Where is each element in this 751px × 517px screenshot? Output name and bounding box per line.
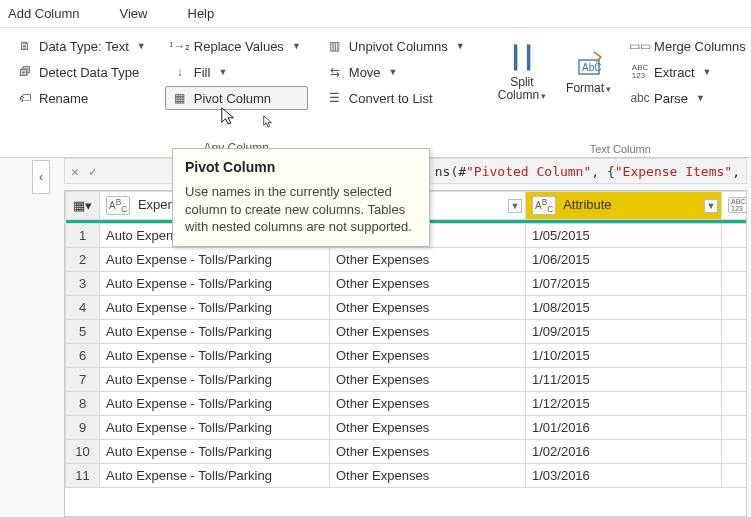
chevron-down-icon: ▼ xyxy=(389,67,398,77)
table-row[interactable]: 8Auto Expense - Tolls/ParkingOther Expen… xyxy=(66,392,748,416)
cell-extra[interactable] xyxy=(722,296,748,320)
menu-help[interactable]: Help xyxy=(188,6,215,21)
cell-expense[interactable]: Auto Expense - Tolls/Parking xyxy=(100,392,330,416)
column-filter-button[interactable]: ▼ xyxy=(704,199,718,213)
move-icon: ⇆ xyxy=(327,64,343,80)
table-row[interactable]: 6Auto Expense - Tolls/ParkingOther Expen… xyxy=(66,344,748,368)
format-label: Format▾ xyxy=(566,82,611,95)
cell-extra[interactable] xyxy=(722,320,748,344)
cell-expense[interactable]: Auto Expense - Tolls/Parking xyxy=(100,248,330,272)
cell-expense[interactable]: Auto Expense - Tolls/Parking xyxy=(100,416,330,440)
cell-attribute[interactable]: 1/10/2015 xyxy=(526,344,722,368)
cell-attribute[interactable]: 1/11/2015 xyxy=(526,368,722,392)
cell-extra[interactable] xyxy=(722,248,748,272)
confirm-formula-icon[interactable]: ✓ xyxy=(89,164,97,179)
table-row[interactable]: 11Auto Expense - Tolls/ParkingOther Expe… xyxy=(66,464,748,488)
column-header-extra[interactable]: ABC123 xyxy=(722,192,748,220)
row-number: 2 xyxy=(66,248,100,272)
cell-attribute[interactable]: 1/01/2016 xyxy=(526,416,722,440)
extract-button[interactable]: ABC123 Extract ▼ xyxy=(625,60,751,84)
row-number: 11 xyxy=(66,464,100,488)
cell-attribute[interactable]: 1/12/2015 xyxy=(526,392,722,416)
cell-category[interactable]: Other Expenses xyxy=(330,344,526,368)
rename-label: Rename xyxy=(39,91,88,106)
cell-category[interactable]: Other Expenses xyxy=(330,320,526,344)
cell-attribute[interactable]: 1/07/2015 xyxy=(526,272,722,296)
cell-category[interactable]: Other Expenses xyxy=(330,440,526,464)
cell-category[interactable]: Other Expenses xyxy=(330,464,526,488)
menu-add-column[interactable]: Add Column xyxy=(8,6,80,21)
unpivot-label: Unpivot Columns xyxy=(349,39,448,54)
cell-extra[interactable] xyxy=(722,416,748,440)
row-number: 4 xyxy=(66,296,100,320)
column-filter-button[interactable]: ▼ xyxy=(508,199,522,213)
table-row[interactable]: 2Auto Expense - Tolls/ParkingOther Expen… xyxy=(66,248,748,272)
table-row[interactable]: 10Auto Expense - Tolls/ParkingOther Expe… xyxy=(66,440,748,464)
row-number: 7 xyxy=(66,368,100,392)
cell-extra[interactable] xyxy=(722,344,748,368)
cell-category[interactable]: Other Expenses xyxy=(330,272,526,296)
cell-expense[interactable]: Auto Expense - Tolls/Parking xyxy=(100,272,330,296)
text-type-icon: ABC xyxy=(106,196,130,215)
cell-category[interactable]: Other Expenses xyxy=(330,296,526,320)
cell-category[interactable]: Other Expenses xyxy=(330,416,526,440)
cell-category[interactable]: Other Expenses xyxy=(330,392,526,416)
tooltip-body: Use names in the currently selected colu… xyxy=(185,183,417,236)
cell-extra[interactable] xyxy=(722,368,748,392)
text-type-icon: ABC xyxy=(532,196,556,215)
row-number: 1 xyxy=(66,224,100,248)
table-row[interactable]: 7Auto Expense - Tolls/ParkingOther Expen… xyxy=(66,368,748,392)
cell-extra[interactable] xyxy=(722,224,748,248)
table-row[interactable]: 5Auto Expense - Tolls/ParkingOther Expen… xyxy=(66,320,748,344)
parse-button[interactable]: abc Parse ▼ xyxy=(625,86,751,110)
cell-expense[interactable]: Auto Expense - Tolls/Parking xyxy=(100,320,330,344)
chevron-down-icon: ▼ xyxy=(137,41,146,51)
cell-extra[interactable] xyxy=(722,392,748,416)
column-header-label: Attribute xyxy=(563,197,611,212)
split-column-button[interactable]: ┃┃ Split Column▾ xyxy=(488,34,556,110)
format-icon: AbC xyxy=(573,48,605,80)
table-row[interactable]: 3Auto Expense - Tolls/ParkingOther Expen… xyxy=(66,272,748,296)
rename-button[interactable]: 🏷 Rename xyxy=(10,86,153,110)
cell-attribute[interactable]: 1/02/2016 xyxy=(526,440,722,464)
cell-expense[interactable]: Auto Expense - Tolls/Parking xyxy=(100,368,330,392)
rename-icon: 🏷 xyxy=(17,90,33,106)
cell-attribute[interactable]: 1/05/2015 xyxy=(526,224,722,248)
cell-expense[interactable]: Auto Expense - Tolls/Parking xyxy=(100,464,330,488)
cell-extra[interactable] xyxy=(722,272,748,296)
data-type-dropdown[interactable]: 🗎 Data Type: Text ▼ xyxy=(10,34,153,58)
cell-extra[interactable] xyxy=(722,440,748,464)
collapse-panel-button[interactable]: ‹ xyxy=(32,160,50,194)
cell-category[interactable]: Other Expenses xyxy=(330,368,526,392)
detect-data-type-button[interactable]: 🗊 Detect Data Type xyxy=(10,60,153,84)
replace-values-button[interactable]: ¹→₂ Replace Values ▼ xyxy=(165,34,308,58)
fill-button[interactable]: ↓ Fill ▼ xyxy=(165,60,308,84)
unpivot-columns-button[interactable]: ▥ Unpivot Columns ▼ xyxy=(320,34,472,58)
cell-attribute[interactable]: 1/09/2015 xyxy=(526,320,722,344)
cell-expense[interactable]: Auto Expense - Tolls/Parking xyxy=(100,344,330,368)
table-row[interactable]: 9Auto Expense - Tolls/ParkingOther Expen… xyxy=(66,416,748,440)
ribbon: 🗎 Data Type: Text ▼ 🗊 Detect Data Type 🏷… xyxy=(0,28,751,158)
unpivot-icon: ▥ xyxy=(327,38,343,54)
convert-to-list-button[interactable]: ☰ Convert to List xyxy=(320,86,472,110)
cancel-formula-icon[interactable]: ✕ xyxy=(71,164,79,179)
column-header-attribute[interactable]: ABC Attribute ▼ xyxy=(526,192,722,220)
cell-extra[interactable] xyxy=(722,464,748,488)
move-button[interactable]: ⇆ Move ▼ xyxy=(320,60,472,84)
table-row[interactable]: 4Auto Expense - Tolls/ParkingOther Expen… xyxy=(66,296,748,320)
pivot-column-button[interactable]: ▦ Pivot Column xyxy=(165,86,308,110)
cell-attribute[interactable]: 1/08/2015 xyxy=(526,296,722,320)
menu-view[interactable]: View xyxy=(120,6,148,21)
cell-category[interactable]: Other Expenses xyxy=(330,248,526,272)
data-type-icon: 🗎 xyxy=(17,38,33,54)
format-button[interactable]: AbC Format▾ xyxy=(556,34,621,110)
cell-expense[interactable]: Auto Expense - Tolls/Parking xyxy=(100,440,330,464)
table-menu-button[interactable]: ▦▾ xyxy=(66,192,100,220)
split-label: Split Column▾ xyxy=(498,76,546,102)
fill-icon: ↓ xyxy=(172,64,188,80)
cell-attribute[interactable]: 1/03/2016 xyxy=(526,464,722,488)
row-number: 10 xyxy=(66,440,100,464)
merge-columns-button[interactable]: ▭▭ Merge Columns xyxy=(625,34,751,58)
cell-expense[interactable]: Auto Expense - Tolls/Parking xyxy=(100,296,330,320)
cell-attribute[interactable]: 1/06/2015 xyxy=(526,248,722,272)
